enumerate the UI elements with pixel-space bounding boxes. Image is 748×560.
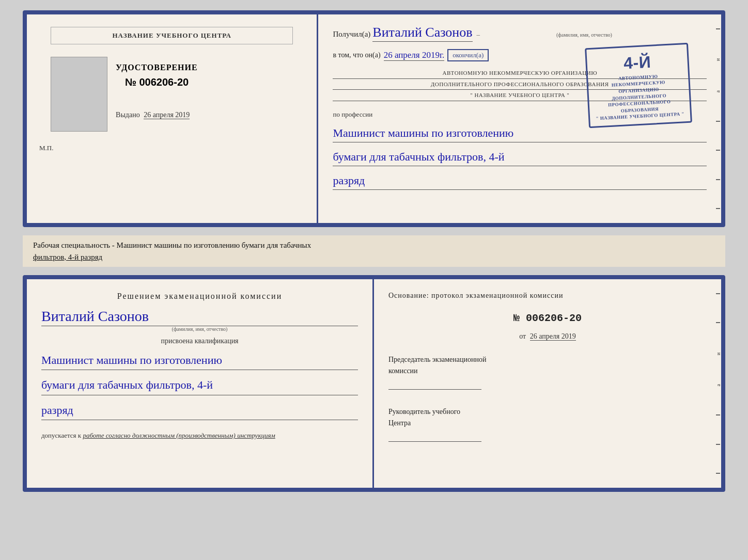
right-edge-deco: и а [713, 14, 723, 223]
deco-text-i: и [715, 57, 721, 61]
stamp: 4-й АВТОНОМНУЮ НЕКОММЕРЧЕСКУЮ ОРГАНИЗАЦИ… [585, 43, 692, 128]
deco-dash-2 [716, 121, 720, 122]
rukovoditel-label: Руководитель учебного Центра [388, 406, 707, 442]
rukovoditel-line2: Центра [388, 419, 411, 427]
middle-text-prefix: Рабочая специальность - Машинист машины … [33, 241, 311, 249]
bottom-recipient-block: Виталий Сазонов (фамилия, имя, отчество) [41, 308, 358, 332]
vydano-label: Выдано [116, 111, 140, 119]
okonchil-label: окончил(а) [447, 49, 489, 61]
vtom-prefix: в том, что он(а) [333, 51, 380, 59]
recipient-name: Виталий Сазонов [372, 25, 472, 42]
vydano-row: Выдано 26 апреля 2019 [116, 111, 198, 119]
profession-line3: разряд [333, 171, 707, 190]
deco-dash-1 [716, 28, 720, 29]
middle-text-strip: Рабочая специальность - Машинист машины … [23, 235, 725, 267]
ot-label: от [519, 332, 526, 340]
bottom-document: Решением экаменационной комиссии Виталий… [23, 275, 725, 492]
bottom-prof-line3: разряд [41, 401, 358, 420]
bottom-doc-left: Решением экаменационной комиссии Виталий… [27, 279, 374, 488]
training-center-label: НАЗВАНИЕ УЧЕБНОГО ЦЕНТРА [51, 27, 293, 44]
bottom-doc-right: Основание: протокол экзаменационной коми… [374, 279, 721, 488]
top-document: НАЗВАНИЕ УЧЕБНОГО ЦЕНТРА УДОСТОВЕРЕНИЕ №… [23, 10, 725, 227]
b-deco-dash-2 [716, 322, 720, 323]
b-deco-dash-4 [716, 444, 720, 445]
predsedatel-signature-line [388, 379, 481, 390]
komissia-title: Решением экаменационной комиссии [41, 292, 358, 301]
left-text-block: УДОСТОВЕРЕНИЕ № 006206-20 Выдано 26 апре… [116, 53, 198, 119]
bottom-recipient-name: Виталий Сазонов [41, 308, 358, 326]
deco-dash-5 [716, 208, 720, 209]
bottom-right-edge-deco: и а [713, 279, 723, 488]
vydano-date: 26 апреля 2019 [144, 111, 190, 119]
deco-dash-4 [716, 179, 720, 180]
poluchil-row: Получил(а) Виталий Сазонов – (фамилия, и… [333, 25, 707, 42]
b-deco-text-a: а [715, 383, 721, 386]
osnova-label: Основание: протокол экзаменационной коми… [388, 292, 707, 300]
stamp-container: 4-й АВТОНОМНУЮ НЕКОММЕРЧЕСКУЮ ОРГАНИЗАЦИ… [587, 45, 690, 102]
bottom-prof-line2: бумаги для табачных фильтров, 4-й [41, 375, 358, 395]
poluchil-prefix: Получил(а) [333, 30, 370, 39]
middle-text-underline: фильтров, 4-й разряд [33, 253, 102, 261]
b-deco-dash-1 [716, 293, 720, 294]
rukovoditel-signature-line [388, 431, 481, 442]
deco-text-a: а [715, 89, 721, 92]
ot-date: 26 апреля 2019 [530, 332, 576, 341]
prisvoena-label: присвоена квалификация [41, 337, 358, 345]
bottom-prof-line1: Машинист машины по изготовлению [41, 350, 358, 370]
bottom-recipient-subtitle: (фамилия, имя, отчество) [41, 326, 358, 332]
b-deco-dash-3 [716, 414, 720, 415]
rukovoditel-line1: Руководитель учебного [388, 408, 460, 415]
ot-row: от 26 апреля 2019 [388, 332, 707, 341]
predsedatel-line1: Председатель экзаменационной [388, 356, 486, 363]
b-deco-text-i: и [715, 351, 721, 355]
dopuskaetsya-prefix: допускается к [41, 431, 81, 439]
vtom-date: 26 апреля 2019г. [384, 50, 445, 61]
top-doc-left: НАЗВАНИЕ УЧЕБНОГО ЦЕНТРА УДОСТОВЕРЕНИЕ №… [27, 14, 318, 223]
dopuskaetsya-text: работе согласно должностным (производств… [83, 431, 275, 439]
recipient-subtitle: (фамилия, имя, отчество) [556, 32, 612, 38]
left-photo-row: УДОСТОВЕРЕНИЕ № 006206-20 Выдано 26 апре… [51, 53, 293, 132]
predsedatel-label: Председатель экзаменационной комиссии [388, 354, 707, 390]
cert-title-block: УДОСТОВЕРЕНИЕ № 006206-20 [116, 63, 198, 88]
profession-line1: Машинист машины по изготовлению [333, 124, 707, 142]
profession-line2: бумаги для табачных фильтров, 4-й [333, 148, 707, 166]
predsedatel-line2: комиссии [388, 367, 418, 375]
b-deco-dash-5 [716, 473, 720, 474]
dopuskaetsya-block: допускается к работе согласно должностны… [41, 431, 358, 440]
protocol-number: № 006206-20 [388, 312, 707, 324]
udostoverenie-label: УДОСТОВЕРЕНИЕ [116, 63, 198, 72]
certificate-photo [51, 57, 107, 132]
deco-dash-3 [716, 150, 720, 151]
cert-number: № 006206-20 [125, 76, 189, 88]
top-doc-right: Получил(а) Виталий Сазонов – (фамилия, и… [318, 14, 721, 223]
mp-label: М.П. [39, 144, 53, 152]
